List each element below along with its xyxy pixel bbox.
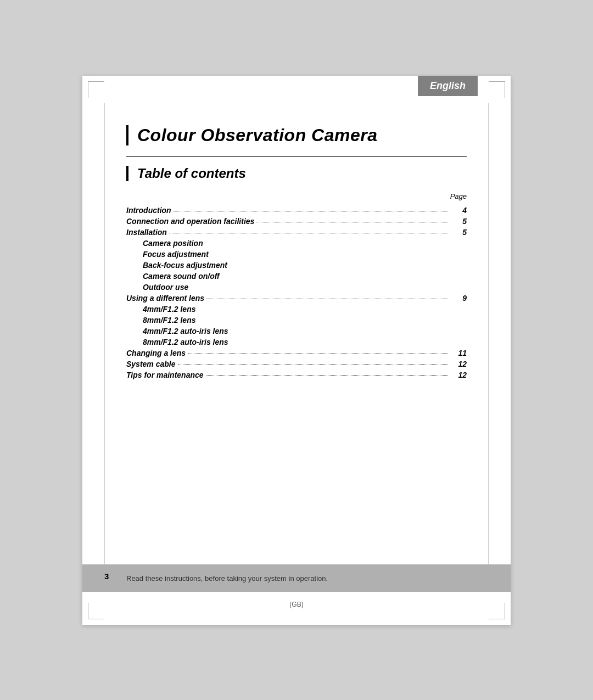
left-page-number: 3 xyxy=(104,572,109,581)
toc-entry-camera-sound: Camera sound on/off xyxy=(126,272,467,281)
toc-entry-system-cable: System cable 12 xyxy=(126,360,467,368)
toc-entry-connection: Connection and operation facilities 5 xyxy=(126,217,467,226)
toc-entry-introduction: Introduction 4 xyxy=(126,206,467,215)
toc-section: Table of contents xyxy=(126,166,467,181)
toc-entry-4mm-lens: 4mm/F1.2 lens xyxy=(126,305,467,313)
toc-entry-camera-position: Camera position xyxy=(126,239,467,248)
footer-bar: Read these instructions, before taking y… xyxy=(82,564,511,592)
toc-entry-installation: Installation 5 xyxy=(126,228,467,237)
toc-entry-different-lens: Using a different lens 9 xyxy=(126,294,467,303)
side-line-left xyxy=(104,103,105,570)
title-divider xyxy=(126,156,467,157)
main-title: Colour Observation Camera xyxy=(137,125,378,145)
toc-entry-outdoor-use: Outdoor use xyxy=(126,283,467,292)
toc-entry-8mm-lens: 8mm/F1.2 lens xyxy=(126,316,467,324)
language-badge: English xyxy=(418,76,478,96)
page: English Colour Observation Camera Table … xyxy=(82,76,511,625)
footer-text: Read these instructions, before taking y… xyxy=(126,574,328,583)
toc-entry-back-focus: Back-focus adjustment xyxy=(126,261,467,270)
page-column-label: Page xyxy=(126,192,467,200)
corner-mark-bottom-right xyxy=(489,603,505,619)
toc-entry-4mm-auto-iris: 4mm/F1.2 auto-iris lens xyxy=(126,327,467,335)
toc-entry-changing-lens: Changing a lens 11 xyxy=(126,349,467,357)
toc-entry-focus-adjustment: Focus adjustment xyxy=(126,250,467,259)
toc-entries: Introduction 4 Connection and operation … xyxy=(126,206,467,379)
corner-mark-bottom-left xyxy=(88,603,104,619)
toc-entry-8mm-auto-iris: 8mm/F1.2 auto-iris lens xyxy=(126,338,467,346)
side-line-right xyxy=(488,103,489,570)
toc-heading: Table of contents xyxy=(137,166,246,181)
corner-mark-top-right xyxy=(489,81,505,98)
toc-entry-tips-maintenance: Tips for maintenance 12 xyxy=(126,371,467,379)
bottom-page-number: (GB) xyxy=(289,601,303,608)
title-section: Colour Observation Camera xyxy=(126,125,467,145)
corner-mark-top-left xyxy=(88,81,104,98)
